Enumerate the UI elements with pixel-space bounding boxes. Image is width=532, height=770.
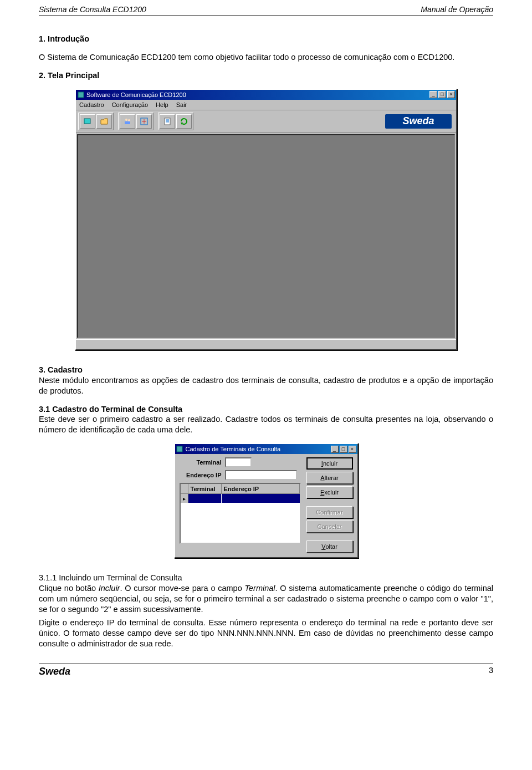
dlg-maximize-button[interactable]: □ — [340, 446, 347, 453]
toolbar: Sweda — [76, 110, 456, 133]
page-header: Sistema de Consulta ECD1200 Manual de Op… — [39, 0, 493, 16]
menu-sair[interactable]: Sair — [176, 101, 187, 109]
menu-cadastro[interactable]: Cadastro — [79, 101, 104, 109]
main-titlebar: Software de Comunicação ECD1200 _ □ × — [76, 90, 456, 100]
grid-row-selected[interactable]: ▸ — [181, 494, 300, 503]
app-icon — [77, 91, 84, 98]
dialog-titlebar: Cadastro de Terminais de Consulta _ □ × — [175, 444, 357, 454]
svg-point-4 — [128, 119, 130, 121]
grid-col-ip: Endereço IP — [222, 484, 300, 494]
grid-col-terminal: Terminal — [188, 484, 222, 494]
terminals-grid[interactable]: Terminal Endereço IP ▸ — [180, 483, 301, 544]
brand-logo: Sweda — [385, 114, 452, 129]
main-title: Software de Comunicação ECD1200 — [86, 91, 186, 99]
section-3-1-body: Este deve ser o primeiro cadastro a ser … — [39, 414, 493, 435]
main-statusbar — [76, 339, 456, 349]
section-3-1-title: 3.1 Cadastro do Terminal de Consulta — [39, 404, 493, 415]
maximize-button[interactable]: □ — [438, 91, 446, 98]
dialog-window: Cadastro de Terminais de Consulta _ □ × … — [174, 443, 359, 558]
svg-marker-2 — [101, 119, 108, 124]
menu-configuracao[interactable]: Configuração — [112, 101, 148, 109]
header-left: Sistema de Consulta ECD1200 — [39, 4, 146, 14]
footer-brand: Sweda — [39, 665, 70, 678]
section-3-1-1-title: 3.1.1 Incluindo um Terminal de Consulta — [39, 573, 493, 583]
dlg-close-button[interactable]: × — [349, 446, 356, 453]
svg-point-3 — [125, 119, 127, 121]
toolbar-btn-6[interactable] — [176, 114, 192, 129]
cancelar-button: Cancelar — [306, 521, 353, 533]
footer-page-number: 3 — [489, 665, 493, 678]
alterar-button[interactable]: Alterar — [306, 472, 353, 484]
voltar-button[interactable]: Voltar — [306, 540, 353, 553]
dialog-icon — [176, 446, 183, 453]
confirmar-button: Confirmar — [306, 506, 353, 518]
section-1-body: O Sistema de Comunicação ECD1200 tem com… — [39, 52, 493, 63]
svg-rect-5 — [125, 121, 130, 124]
svg-rect-7 — [165, 118, 170, 125]
toolbar-btn-1[interactable] — [80, 114, 95, 129]
section-3-1-1-p1: Clique no botão Incluir. O cursor move-s… — [39, 583, 493, 615]
toolbar-btn-2[interactable] — [96, 114, 112, 129]
menubar: Cadastro Configuração Help Sair — [76, 100, 456, 110]
section-3-body: Neste módulo encontramos as opções de ca… — [39, 375, 493, 396]
svg-rect-9 — [177, 446, 182, 452]
excluir-button[interactable]: Excluir — [306, 486, 353, 498]
grid-corner — [181, 484, 188, 494]
section-3-1-1-p2: Digite o endereço IP do terminal de cons… — [39, 618, 493, 649]
row-pointer-icon: ▸ — [181, 494, 188, 503]
toolbar-btn-4[interactable] — [136, 114, 152, 129]
input-endereco-ip[interactable] — [225, 470, 297, 480]
close-button[interactable]: × — [447, 91, 455, 98]
incluir-button[interactable]: Incluir — [306, 457, 353, 470]
svg-rect-0 — [78, 92, 84, 98]
dlg-minimize-button[interactable]: _ — [331, 446, 339, 453]
header-rule — [39, 16, 493, 16]
input-terminal[interactable] — [225, 457, 252, 467]
svg-rect-1 — [84, 119, 90, 124]
section-2-title: 2. Tela Principal — [39, 70, 493, 81]
main-client-area — [77, 134, 455, 338]
header-right: Manual de Operação — [421, 4, 493, 14]
toolbar-btn-3[interactable] — [120, 114, 135, 129]
label-terminal: Terminal — [180, 458, 225, 466]
label-ip: Endereço IP — [180, 471, 225, 479]
minimize-button[interactable]: _ — [429, 91, 437, 98]
page-footer: Sweda 3 — [39, 664, 493, 678]
dialog-title: Cadastro de Terminais de Consulta — [186, 445, 281, 453]
menu-help[interactable]: Help — [156, 101, 168, 109]
section-3-title: 3. Cadastro — [39, 365, 493, 375]
toolbar-btn-5[interactable] — [160, 114, 175, 129]
section-1-title: 1. Introdução — [39, 34, 493, 44]
main-app-window: Software de Comunicação ECD1200 _ □ × Ca… — [75, 89, 457, 350]
